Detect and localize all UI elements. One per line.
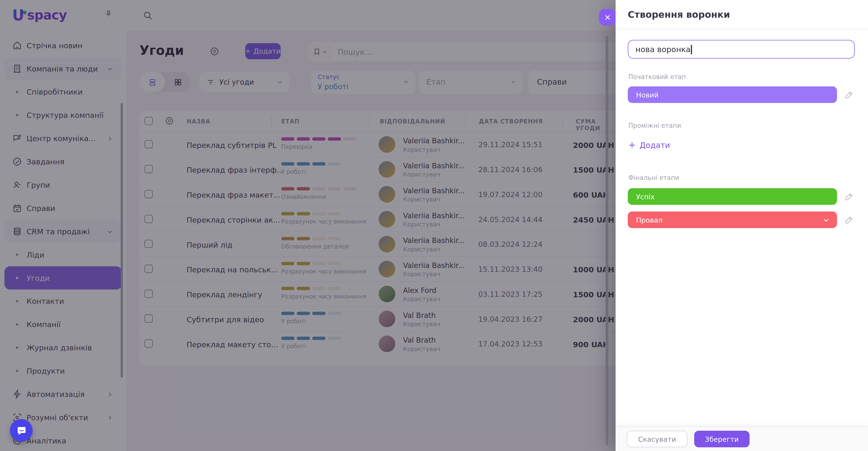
- panel-title: Створення воронки: [628, 9, 730, 20]
- success-stage-bar[interactable]: Успіх: [628, 188, 837, 205]
- panel-footer: Скасувати Зберегти: [616, 426, 868, 451]
- edit-success-stage-icon[interactable]: [845, 192, 854, 201]
- plus-icon: +: [628, 141, 636, 150]
- panel-header-divider: [616, 29, 868, 29]
- close-panel-button[interactable]: [599, 9, 615, 26]
- funnel-name-value: нова воронка: [636, 45, 690, 54]
- close-icon: [604, 13, 611, 21]
- add-stage-button[interactable]: + Додати: [628, 141, 670, 150]
- intermediate-stages-label: Проміжні етапи: [628, 122, 681, 129]
- add-stage-label: Додати: [640, 141, 670, 150]
- create-funnel-panel: Створення воронки нова воронка Початкови…: [616, 0, 868, 451]
- success-stage-name: Успіх: [636, 192, 655, 201]
- chat-bubble-icon: [16, 425, 27, 436]
- funnel-name-input[interactable]: нова воронка: [628, 40, 855, 59]
- fail-stage-name: Провал: [636, 216, 663, 224]
- initial-stage-label: Початковий етап: [628, 73, 686, 81]
- app-root: Uspacy Стрічка новин Компанія та люди Сп…: [0, 0, 868, 451]
- initial-stage-name: Новий: [636, 90, 658, 99]
- edit-initial-stage-icon[interactable]: [845, 90, 854, 99]
- text-caret: [691, 44, 692, 54]
- support-chat-button[interactable]: [10, 419, 33, 442]
- fail-stage-bar[interactable]: Провал: [628, 211, 837, 228]
- initial-stage-bar[interactable]: Новий: [628, 86, 837, 103]
- cancel-button[interactable]: Скасувати: [627, 431, 688, 447]
- edit-fail-stage-icon[interactable]: [845, 215, 854, 224]
- final-stages-label: Фінальні етапи: [628, 174, 679, 182]
- save-button[interactable]: Зберегти: [694, 431, 749, 447]
- chevron-down-icon[interactable]: [823, 216, 830, 223]
